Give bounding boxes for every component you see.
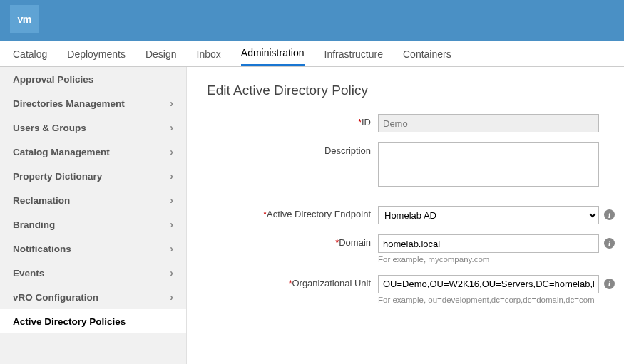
tab-deployments[interactable]: Deployments <box>67 41 126 66</box>
top-bar: vm <box>0 0 624 41</box>
chevron-right-icon: › <box>170 98 173 109</box>
sidebar-item-notifications[interactable]: Notifications › <box>0 236 186 261</box>
sidebar-item-label: Reclamation <box>13 195 70 206</box>
sidebar: Approval Policies Directories Management… <box>0 67 187 364</box>
info-icon[interactable]: i <box>604 238 615 249</box>
label-endpoint: *Active Directory Endpoint <box>207 206 378 219</box>
form-row-endpoint: *Active Directory Endpoint Homelab AD i <box>207 206 604 224</box>
sidebar-item-users-groups[interactable]: Users & Groups › <box>0 115 186 140</box>
form-row-ou: *Organizational Unit i For example, ou=d… <box>207 275 604 306</box>
sidebar-item-approval-policies[interactable]: Approval Policies <box>0 67 186 91</box>
tab-containers[interactable]: Containers <box>403 41 451 66</box>
sidebar-item-property-dictionary[interactable]: Property Dictionary › <box>0 164 186 188</box>
sidebar-item-branding[interactable]: Branding › <box>0 212 186 236</box>
sidebar-item-catalog-management[interactable]: Catalog Management › <box>0 140 186 164</box>
sidebar-item-label: vRO Configuration <box>13 292 98 303</box>
label-domain: *Domain <box>207 234 378 248</box>
chevron-right-icon: › <box>170 219 173 230</box>
content-area: Edit Active Directory Policy *ID Descrip… <box>187 67 624 364</box>
tab-design[interactable]: Design <box>145 41 177 66</box>
sidebar-item-label: Property Dictionary <box>13 171 102 182</box>
endpoint-select[interactable]: Homelab AD <box>378 206 599 224</box>
sidebar-item-label: Active Directory Policies <box>13 316 126 327</box>
domain-hint: For example, mycompany.com <box>378 254 599 265</box>
info-icon[interactable]: i <box>604 209 615 220</box>
domain-field[interactable] <box>378 234 599 253</box>
sidebar-item-label: Events <box>13 268 44 279</box>
sidebar-item-directories-management[interactable]: Directories Management › <box>0 91 186 115</box>
sidebar-item-active-directory-policies[interactable]: Active Directory Policies <box>0 309 186 333</box>
ou-hint: For example, ou=development,dc=corp,dc=d… <box>378 295 599 306</box>
sidebar-item-events[interactable]: Events › <box>0 261 186 285</box>
tab-infrastructure[interactable]: Infrastructure <box>324 41 383 66</box>
chevron-right-icon: › <box>170 146 173 157</box>
sidebar-item-label: Catalog Management <box>13 147 110 157</box>
main-container: Approval Policies Directories Management… <box>0 67 624 364</box>
label-id: *ID <box>207 114 378 128</box>
tab-catalog[interactable]: Catalog <box>13 41 47 66</box>
chevron-right-icon: › <box>170 122 173 133</box>
tab-inbox[interactable]: Inbox <box>197 41 221 66</box>
sidebar-item-reclamation[interactable]: Reclamation › <box>0 188 186 212</box>
chevron-right-icon: › <box>170 267 173 279</box>
page-title: Edit Active Directory Policy <box>207 83 604 98</box>
sidebar-item-label: Directories Management <box>13 98 125 109</box>
chevron-right-icon: › <box>170 170 173 182</box>
label-ou: *Organizational Unit <box>207 275 378 288</box>
chevron-right-icon: › <box>170 291 173 303</box>
id-field <box>378 114 599 132</box>
sidebar-item-label: Branding <box>13 219 55 230</box>
form-row-id: *ID <box>207 114 604 132</box>
sidebar-item-label: Approval Policies <box>13 74 93 85</box>
info-icon[interactable]: i <box>604 279 615 289</box>
sidebar-item-label: Notifications <box>13 244 71 254</box>
tab-bar: Catalog Deployments Design Inbox Adminis… <box>0 41 624 67</box>
tab-administration[interactable]: Administration <box>241 41 305 66</box>
sidebar-item-label: Users & Groups <box>13 123 86 133</box>
ou-field[interactable] <box>378 275 599 293</box>
form-row-domain: *Domain i For example, mycompany.com <box>207 234 604 265</box>
sidebar-item-vro-configuration[interactable]: vRO Configuration › <box>0 285 186 309</box>
chevron-right-icon: › <box>170 243 173 254</box>
description-field[interactable] <box>378 142 599 187</box>
chevron-right-icon: › <box>170 194 173 206</box>
form-row-description: Description <box>207 142 604 189</box>
label-description: Description <box>207 142 378 156</box>
vmware-logo: vm <box>10 5 39 33</box>
